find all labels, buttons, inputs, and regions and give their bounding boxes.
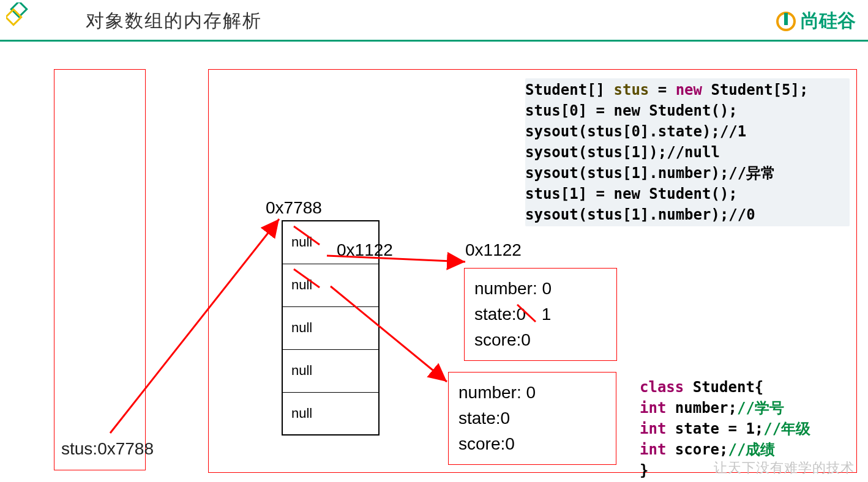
obj1-score: score:0 xyxy=(474,327,607,353)
array-cell-2: null xyxy=(282,306,379,349)
slide-header: 对象数组的内存解析 尚硅谷 xyxy=(0,0,868,42)
stack-box xyxy=(54,69,146,470)
slide-title: 对象数组的内存解析 xyxy=(86,9,262,34)
brand-text: 尚硅谷 xyxy=(801,9,856,34)
obj2-score: score:0 xyxy=(458,431,606,457)
object1-address: 0x1122 xyxy=(465,240,522,260)
code-snippet-class: class Student{ int number;//学号 int state… xyxy=(640,377,810,481)
array-table: null null null null null xyxy=(282,220,380,436)
code-snippet-top: Student[] stus = new Student[5]; stus[0]… xyxy=(525,78,850,226)
array-cell-1: null xyxy=(282,264,379,306)
array-cell-3: null xyxy=(282,349,379,392)
obj2-state: state:0 xyxy=(458,406,606,431)
object2-box: number: 0 state:0 score:0 xyxy=(448,372,616,465)
obj1-number: number: 0 xyxy=(474,276,607,302)
diamond-logo-icon xyxy=(6,2,36,32)
svg-rect-3 xyxy=(784,13,788,25)
obj1-state: state:0 1 xyxy=(474,302,607,327)
stack-label: stus:0x7788 xyxy=(61,439,154,459)
brand: 尚硅谷 xyxy=(775,9,856,34)
obj2-number: number: 0 xyxy=(458,380,606,406)
array-cell-0: null xyxy=(282,221,379,264)
brand-logo-icon xyxy=(775,10,797,32)
diagram-canvas: stus:0x7788 0x7788 0x1122 null null null… xyxy=(0,42,868,482)
array-cell-4: null xyxy=(282,392,379,435)
object1-box: number: 0 state:0 1 score:0 xyxy=(464,268,617,361)
array-address: 0x7788 xyxy=(266,198,322,218)
